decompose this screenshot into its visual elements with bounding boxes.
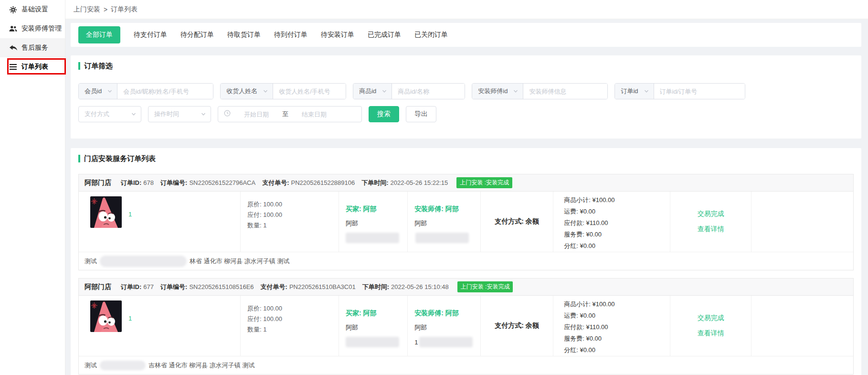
date-start-input[interactable] <box>233 111 279 118</box>
redacted-address-phone <box>100 361 146 370</box>
clock-icon <box>224 110 231 118</box>
order-list-title: 门店安装服务订单列表 <box>78 155 854 162</box>
order-header: 阿部门店 订单ID:678 订单编号:SN2205261522796ACA 支付… <box>79 174 853 192</box>
member-id-select[interactable]: 会员id <box>79 84 117 99</box>
installer-name: 阿部 <box>414 219 480 228</box>
chevron-down-icon <box>131 111 136 118</box>
filter-group-receiver: 收货人姓名 <box>220 83 346 99</box>
order-id: 订单ID:677 <box>121 283 154 291</box>
shipping-line: 运费: ¥0.00 <box>564 310 670 321</box>
filter-row-2: 支付方式 操作时间 至 搜索 导出 <box>78 106 854 122</box>
buyer-cell: 买家: 阿部 阿部 <box>339 296 408 356</box>
product-image <box>90 196 122 228</box>
payable-price: 应付: 100.00 <box>247 210 339 220</box>
store-name: 阿部门店 <box>85 179 111 187</box>
breadcrumb: 上门安装 > 订单列表 <box>65 0 868 19</box>
empty-cell <box>752 296 853 356</box>
filter-group-installer: 安装师傅id <box>472 83 608 99</box>
dividend-line: 分红: ¥0.00 <box>564 240 670 252</box>
installer-search-input[interactable] <box>523 84 607 99</box>
view-details-link[interactable]: 查看详情 <box>698 329 724 338</box>
status-badge: 上门安装 :安装完成 <box>457 281 513 292</box>
price-cell: 原价: 100.00 应付: 100.00 数量: 1 <box>241 192 339 252</box>
export-button[interactable]: 导出 <box>406 106 436 122</box>
tab-closed[interactable]: 已关闭订单 <box>414 31 448 39</box>
product-search-input[interactable] <box>392 84 465 99</box>
filter-row-1: 会员id 收货人姓名 商品id <box>78 83 854 99</box>
order-number: 订单编号:SN2205261522796ACA <box>160 179 255 187</box>
installer-id-select[interactable]: 安装师傅id <box>472 84 523 99</box>
installer-cell: 安装师傅: 阿部 阿部 1 <box>408 296 480 356</box>
payment-method-select[interactable]: 支付方式 <box>78 106 141 122</box>
order-id-select[interactable]: 订单id <box>615 84 654 99</box>
address-text: 吉林省 通化市 柳河县 凉水河子镇 测试 <box>148 361 254 370</box>
amounts-cell: 商品小计: ¥100.00 运费: ¥0.00 应付款: ¥110.00 服务费… <box>553 192 670 252</box>
filter-group-member: 会员id <box>78 83 213 99</box>
status-badge: 上门安装 :安装完成 <box>456 177 512 188</box>
sidebar-item-after-sales[interactable]: 售后服务 <box>0 38 65 57</box>
filter-section-title: 订单筛选 <box>78 62 854 70</box>
reply-icon <box>9 45 17 51</box>
tab-pending-pickup[interactable]: 待取货订单 <box>227 31 261 39</box>
quantity-line: 数量: 1 <box>247 324 339 335</box>
trade-complete-link[interactable]: 交易完成 <box>698 314 724 322</box>
member-search-input[interactable] <box>117 84 213 99</box>
chevron-down-icon <box>644 88 649 95</box>
sidebar-item-label: 订单列表 <box>21 63 48 71</box>
breadcrumb-current: 订单列表 <box>111 5 138 14</box>
receiver-search-input[interactable] <box>273 84 346 99</box>
sidebar-item-order-list[interactable]: 订单列表 <box>0 57 65 76</box>
subtotal-line: 商品小计: ¥100.00 <box>564 299 670 310</box>
product-id-select[interactable]: 商品id <box>353 84 392 99</box>
product-quantity: 1 <box>128 315 132 356</box>
date-end-input[interactable] <box>291 111 337 118</box>
view-details-link[interactable]: 查看详情 <box>698 225 724 234</box>
tab-completed[interactable]: 已完成订单 <box>368 31 401 39</box>
buyer-cell: 买家: 阿部 阿部 <box>339 192 408 252</box>
buyer-title: 买家: 阿部 <box>346 205 407 214</box>
amounts-cell: 商品小计: ¥100.00 运费: ¥0.00 应付款: ¥110.00 服务费… <box>553 296 670 356</box>
tab-pending-cod[interactable]: 待到付订单 <box>274 31 307 39</box>
receiver-name-select[interactable]: 收货人姓名 <box>221 84 273 99</box>
chevron-down-icon <box>263 88 268 95</box>
chevron-down-icon <box>201 111 206 118</box>
tab-pending-payment[interactable]: 待支付订单 <box>134 31 167 39</box>
filter-group-order: 订单id <box>614 83 745 99</box>
redacted-installer-phone <box>419 337 473 347</box>
search-button[interactable]: 搜索 <box>369 106 399 122</box>
redacted-installer-phone <box>415 233 469 243</box>
chevron-down-icon <box>513 88 518 95</box>
address-prefix: 测试 <box>85 361 97 370</box>
date-range-picker[interactable]: 至 <box>218 106 362 122</box>
users-icon <box>9 25 17 32</box>
payable-line: 应付款: ¥110.00 <box>564 217 670 229</box>
tab-pending-assignment[interactable]: 待分配订单 <box>180 31 214 39</box>
breadcrumb-parent[interactable]: 上门安装 <box>74 5 100 14</box>
payable-price: 应付: 100.00 <box>247 314 339 324</box>
store-name: 阿部门店 <box>85 283 111 291</box>
product-quantity: 1 <box>128 211 132 252</box>
order-address-row: 测试 吉林省 通化市 柳河县 凉水河子镇 测试 <box>79 356 853 374</box>
tab-all-orders[interactable]: 全部订单 <box>78 26 120 43</box>
tab-pending-install[interactable]: 待安装订单 <box>321 31 354 39</box>
order-id: 订单ID:678 <box>121 179 154 187</box>
price-cell: 原价: 100.00 应付: 100.00 数量: 1 <box>241 296 339 356</box>
sidebar-item-installer-management[interactable]: 安装师傅管理 <box>0 19 65 38</box>
breadcrumb-separator: > <box>104 6 107 13</box>
service-fee-line: 服务费: ¥0.00 <box>564 229 670 240</box>
list-icon <box>9 64 17 70</box>
sidebar-item-label: 售后服务 <box>21 43 48 52</box>
order-body: 1 原价: 100.00 应付: 100.00 数量: 1 买家: 阿部 阿部 … <box>79 296 853 356</box>
sidebar-item-basic-settings[interactable]: 基础设置 <box>0 0 65 19</box>
order-status-tabs: 全部订单 待支付订单 待分配订单 待取货订单 待到付订单 待安装订单 已完成订单… <box>71 23 861 47</box>
actions-cell: 交易完成 查看详情 <box>670 296 752 356</box>
payment-method-cell: 支付方式: 余额 <box>481 296 553 356</box>
payment-number: 支付单号:PN2205261510BA3C01 <box>261 283 356 291</box>
order-number: 订单编号:SN22052615108516E6 <box>160 283 254 291</box>
address-text: 林省 通化市 柳河县 凉水河子镇 测试 <box>190 257 289 266</box>
order-search-input[interactable] <box>654 84 745 99</box>
order-time: 下单时间:2022-05-26 15:22:15 <box>361 179 448 187</box>
trade-complete-link[interactable]: 交易完成 <box>698 210 724 218</box>
order-card: 阿部门店 订单ID:677 订单编号:SN22052615108516E6 支付… <box>78 278 854 375</box>
operate-time-select[interactable]: 操作时间 <box>148 106 211 122</box>
